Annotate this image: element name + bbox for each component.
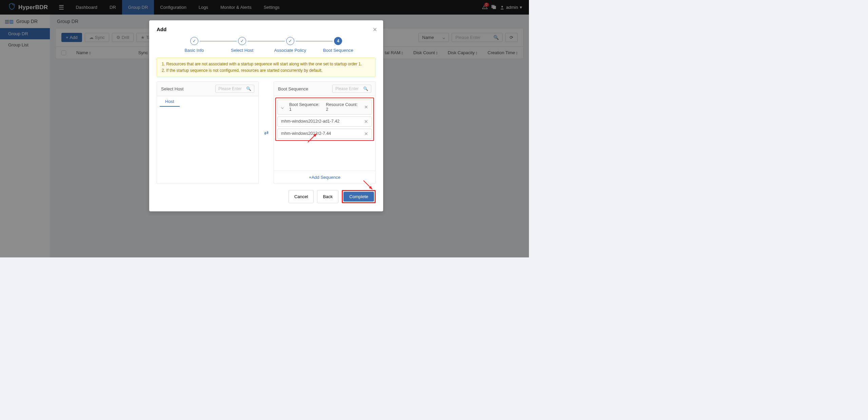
tab-host[interactable]: Host — [160, 97, 180, 107]
sequence-item[interactable]: mhm-windows2012r2-ad1-7.42✕ — [277, 117, 372, 127]
step-select-host[interactable]: ✓Select Host — [218, 37, 267, 53]
boot-sequence-search[interactable]: Please Enter🔍 — [332, 85, 371, 93]
remove-item-icon[interactable]: ✕ — [364, 119, 368, 124]
remove-sequence-icon[interactable]: ✕ — [364, 104, 368, 110]
select-host-title: Select Host — [161, 86, 183, 91]
resource-count: Resource Count: 2 — [326, 102, 359, 112]
chevron-down-icon: ⌵ — [281, 105, 284, 110]
boot-sequence-panel: Boot Sequence Please Enter🔍 ⌵ Boot Seque… — [274, 81, 376, 184]
search-icon: 🔍 — [363, 86, 368, 91]
step-basic-info[interactable]: ✓Basic Info — [170, 37, 218, 53]
sequence-item[interactable]: mhm-windows2012r2-7.44✕ — [277, 129, 372, 139]
svg-marker-8 — [369, 186, 372, 189]
select-host-panel: Select Host Please Enter🔍 Host — [157, 81, 259, 184]
tip-line-1: 1. Resources that are not associated wit… — [162, 61, 371, 67]
cancel-button[interactable]: Cancel — [289, 190, 314, 203]
sequence-label: Boot Sequence: 1 — [289, 102, 320, 112]
sequence-highlight: ⌵ Boot Sequence: 1 Resource Count: 2 ✕ m… — [275, 98, 374, 141]
back-button[interactable]: Back — [317, 190, 338, 203]
close-icon[interactable]: ✕ — [373, 26, 377, 33]
add-sequence-button[interactable]: +Add Sequence — [274, 171, 375, 184]
step-associate-policy[interactable]: ✓Associate Policy — [266, 37, 314, 53]
complete-button[interactable]: Complete — [343, 192, 374, 202]
add-modal: Add ✕ ✓Basic Info ✓Select Host ✓Associat… — [149, 20, 383, 211]
complete-highlight: Complete — [342, 190, 376, 203]
select-host-search[interactable]: Please Enter🔍 — [215, 85, 254, 93]
stepper: ✓Basic Info ✓Select Host ✓Associate Poli… — [170, 37, 362, 53]
search-icon: 🔍 — [246, 86, 251, 91]
step-boot-sequence[interactable]: 4Boot Sequence — [314, 37, 362, 53]
boot-sequence-title: Boot Sequence — [278, 86, 308, 91]
swap-icon[interactable]: ⇄ — [262, 81, 270, 184]
sequence-group-1[interactable]: ⌵ Boot Sequence: 1 Resource Count: 2 ✕ — [277, 100, 372, 114]
tip-line-2: 2. If the startup sequence is not config… — [162, 67, 371, 74]
modal-title: Add — [157, 26, 376, 32]
tip-box: 1. Resources that are not associated wit… — [157, 58, 376, 77]
remove-item-icon[interactable]: ✕ — [364, 131, 368, 136]
